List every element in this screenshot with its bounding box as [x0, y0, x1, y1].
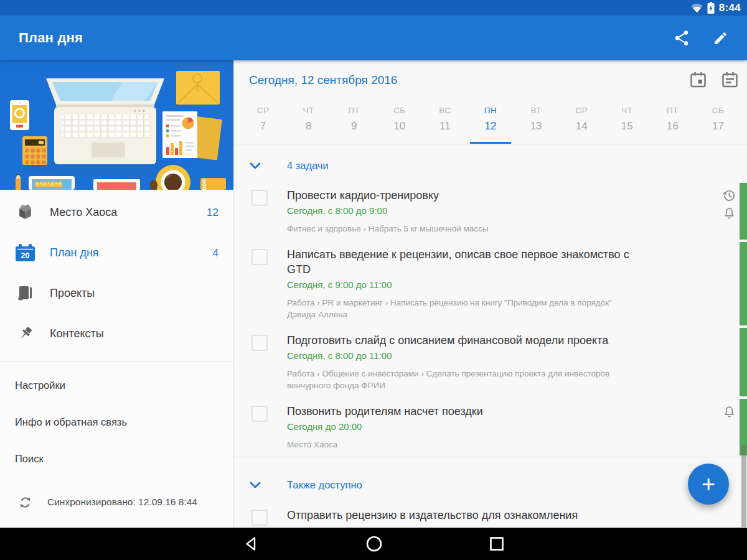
status-time: 8:44 — [719, 2, 741, 14]
page-title: План дня — [19, 30, 83, 46]
day-of-week-label: ПН — [467, 106, 513, 115]
task-color-strip — [740, 183, 747, 240]
bell-icon — [723, 405, 736, 419]
task-checkbox[interactable] — [251, 249, 268, 265]
task-project-path: Работа › PR и маркетинг › Написать рецен… — [287, 297, 638, 320]
sidebar-item-feedback[interactable]: Инфо и обратная связь — [0, 404, 233, 441]
task-row[interactable]: Провести кардио-тренировку Сегодня, с 8:… — [234, 182, 747, 241]
day-cell-12[interactable]: ПН 12 — [467, 100, 513, 144]
day-number: 16 — [650, 120, 695, 133]
calendar-today-button[interactable] — [690, 72, 707, 88]
task-title: Позвонить родителям насчет поездки — [287, 404, 638, 419]
sidebar-item-day-plan[interactable]: 20 План дня 4 — [0, 233, 233, 273]
sidebar-secondary-nav: НастройкиИнфо и обратная связьПоиск — [0, 362, 233, 477]
notebook-icon — [17, 285, 33, 302]
day-cell-11[interactable]: ВС 11 — [422, 100, 467, 144]
sidebar: Место Хаоса 12 20 План дня 4 Проекты Кон… — [0, 60, 233, 528]
task-list: 4 задачи Провести кардио-тренировку Сего… — [234, 144, 747, 528]
desk-illustration — [0, 60, 233, 190]
task-time: Сегодня, с 8:00 до 9:00 — [287, 204, 638, 217]
day-of-week-label: ПТ — [331, 106, 377, 115]
day-cell-14[interactable]: СР 14 — [559, 100, 604, 144]
status-bar: 8:44 — [0, 0, 747, 16]
task-row[interactable]: Позвонить родителям насчет поездки Сегод… — [234, 398, 747, 457]
task-row[interactable]: Написать введение к рецензии, описав сво… — [234, 241, 747, 327]
task-time: Сегодня, с 8:00 до 11:00 — [287, 349, 638, 362]
day-of-week-label: ВТ — [514, 106, 559, 115]
day-cell-9[interactable]: ПТ 9 — [331, 100, 377, 144]
day-number: 14 — [559, 120, 604, 133]
day-cell-8[interactable]: ЧТ 8 — [286, 100, 331, 144]
task-title: Отправить рецензию в издательство для оз… — [287, 508, 638, 523]
day-number: 7 — [240, 120, 286, 133]
day-cell-13[interactable]: ВТ 13 — [514, 100, 559, 144]
back-button[interactable] — [243, 536, 259, 552]
edit-button[interactable] — [713, 30, 728, 46]
day-cell-7[interactable]: СР 7 — [240, 100, 286, 144]
date-header-row: Сегодня, 12 сентября 2016 — [234, 60, 747, 100]
recents-button[interactable] — [489, 536, 504, 551]
chevron-down-icon — [250, 162, 261, 169]
day-of-week-label: СР — [559, 106, 604, 115]
sidebar-item-label: Контексты — [50, 327, 218, 340]
history-icon — [723, 189, 736, 202]
android-navbar — [0, 528, 747, 560]
task-indicator-icons — [723, 405, 736, 419]
sidebar-item-label: План дня — [50, 246, 213, 259]
sync-status-row[interactable]: Синхронизировано: 12.09.16 8:44 — [0, 483, 233, 521]
sidebar-item-chaos-place[interactable]: Место Хаоса 12 — [0, 192, 233, 233]
day-number: 9 — [331, 120, 377, 133]
calendar-agenda-button[interactable] — [721, 72, 738, 88]
main-content: Сегодня, 12 сентября 2016 СР 7 ЧТ 8 ПТ 9… — [233, 60, 747, 528]
wifi-icon — [691, 3, 703, 13]
task-checkbox[interactable] — [251, 510, 268, 526]
home-button[interactable] — [365, 535, 383, 553]
day-cell-10[interactable]: СБ 10 — [377, 100, 422, 144]
task-row[interactable]: Отправить рецензию в издательство для оз… — [234, 502, 747, 528]
sidebar-item-count: 4 — [213, 247, 218, 259]
day-of-week-label: СР — [240, 106, 286, 115]
selected-day-underline — [470, 142, 511, 144]
sidebar-item-contexts[interactable]: Контексты — [0, 314, 233, 354]
task-row[interactable]: Подготовить слайд с описанием финансовой… — [234, 327, 747, 398]
share-button[interactable] — [674, 30, 689, 46]
day-number: 10 — [377, 120, 422, 133]
day-of-week-label: ЧТ — [286, 106, 331, 115]
day-number: 11 — [422, 120, 467, 133]
task-color-strip — [740, 328, 747, 396]
sidebar-item-search[interactable]: Поиск — [0, 441, 233, 477]
scrollbar-thumb[interactable] — [741, 445, 746, 527]
day-number: 12 — [467, 120, 513, 133]
chaos-control-app: 8:44 План дня — [0, 0, 747, 560]
sidebar-item-settings[interactable]: Настройки — [0, 367, 233, 404]
day-of-week-label: СБ — [377, 106, 422, 115]
date-header: Сегодня, 12 сентября 2016 — [249, 73, 690, 87]
day-number: 15 — [604, 120, 650, 133]
task-title: Подготовить слайд с описанием финансовой… — [287, 333, 638, 348]
section-title: Также доступно — [287, 479, 362, 491]
task-project-path: Фитнес и здоровье › Набрать 5 кг мышечно… — [287, 223, 638, 235]
day-cell-17[interactable]: СБ 17 — [695, 100, 741, 144]
task-checkbox[interactable] — [251, 406, 268, 422]
app-bar: План дня — [0, 16, 747, 60]
battery-charging-icon — [707, 2, 715, 14]
day-cell-15[interactable]: ЧТ 15 — [604, 100, 650, 144]
sidebar-item-label: Проекты — [50, 287, 218, 300]
task-project-path: Работа › Общение с инвесторами › Сделать… — [287, 368, 638, 391]
add-task-fab[interactable]: + — [688, 464, 729, 505]
section-header[interactable]: Также доступно — [234, 457, 747, 502]
day-cell-16[interactable]: ПТ 16 — [650, 100, 695, 144]
day-strip: СР 7 ЧТ 8 ПТ 9 СБ 10 ВС 11 ПН 12 ВТ 13 С… — [234, 100, 747, 144]
day-of-week-label: СБ — [695, 106, 741, 115]
task-checkbox[interactable] — [251, 335, 268, 351]
chevron-down-icon — [250, 482, 261, 488]
task-checkbox[interactable] — [251, 190, 268, 206]
task-title: Провести кардио-тренировку — [287, 188, 638, 203]
day-of-week-label: ВС — [422, 106, 467, 115]
day-number: 13 — [514, 120, 559, 133]
section-header[interactable]: 4 задачи — [234, 144, 747, 182]
sidebar-item-count: 12 — [207, 207, 218, 219]
task-color-strip — [740, 242, 747, 325]
task-time: Сегодня до 20:00 — [287, 420, 638, 433]
sidebar-item-projects[interactable]: Проекты — [0, 273, 233, 314]
